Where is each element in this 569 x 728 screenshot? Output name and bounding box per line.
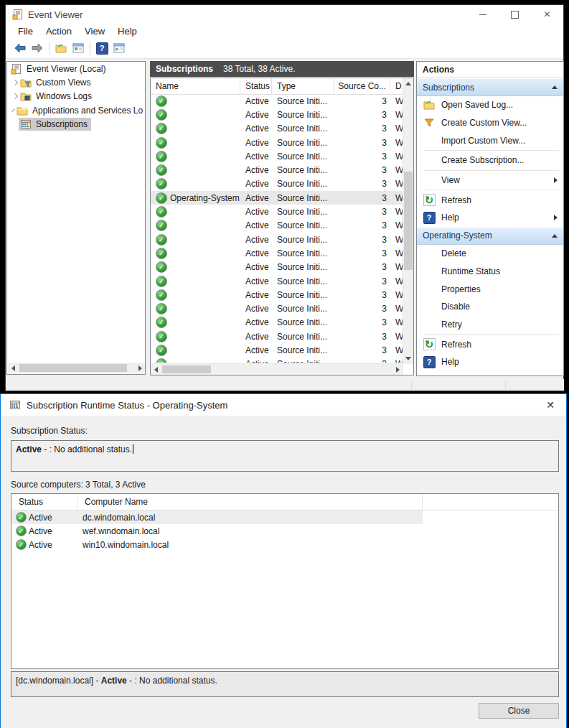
action-open-saved-log[interactable]: Open Saved Log... <box>417 96 563 114</box>
computer-row[interactable]: ✓Activewef.windomain.local <box>11 524 423 538</box>
column-header-status[interactable]: Status <box>240 78 272 94</box>
column-header-status[interactable]: Status <box>11 494 77 510</box>
column-header-computer-name[interactable]: Computer Name <box>77 494 423 510</box>
scrollbar-thumb[interactable] <box>19 364 127 372</box>
table-row[interactable]: ✓ActiveSource Initi...3W <box>151 94 403 108</box>
table-row[interactable]: ✓ActiveSource Initi...3W <box>151 288 403 302</box>
list-horizontal-scrollbar[interactable] <box>151 363 403 375</box>
table-row[interactable]: ✓ActiveSource Initi...3W <box>151 274 403 288</box>
toolbar-console-tree-icon[interactable] <box>70 40 87 56</box>
toolbar-open-saved-log-icon[interactable] <box>52 40 70 56</box>
action-label: Disable <box>441 302 470 312</box>
close-button[interactable]: ✕ <box>531 5 563 24</box>
status-cell: Active <box>240 316 272 330</box>
close-icon: ✕ <box>546 399 555 411</box>
action-create-subscription[interactable]: Create Subscription... <box>417 151 563 169</box>
tree-horizontal-scrollbar[interactable] <box>8 363 146 373</box>
action-import-custom-view[interactable]: Import Custom View... <box>417 131 563 149</box>
computer-row[interactable]: ✓Activedc.windomain.local <box>11 510 423 524</box>
collapse-icon[interactable] <box>552 234 558 238</box>
toolbar-help-icon[interactable]: ? <box>93 40 110 56</box>
table-row[interactable]: ✓Operating-SystemActiveSource Initi...3W <box>151 191 403 205</box>
table-row[interactable]: ✓ActiveSource Initi...3W <box>151 316 403 330</box>
destination-cell: W <box>390 316 403 330</box>
maximize-button[interactable] <box>499 5 531 24</box>
green-check-icon: ✓ <box>156 164 167 176</box>
scroll-right-icon[interactable] <box>392 364 403 375</box>
scroll-left-icon[interactable] <box>8 363 19 373</box>
scroll-down-icon[interactable] <box>403 353 413 364</box>
name-cell: ✓ <box>151 219 240 233</box>
scrollbar-thumb[interactable] <box>404 172 413 270</box>
actions-section-subscriptions[interactable]: Subscriptions <box>417 78 563 96</box>
name-cell: ✓ <box>151 163 240 177</box>
table-row[interactable]: ✓ActiveSource Initi...3W <box>151 122 403 136</box>
actions-section-operating-system[interactable]: Operating-System <box>417 227 563 245</box>
table-row[interactable]: ✓ActiveSource Initi...3W <box>151 108 403 121</box>
column-header-source-co[interactable]: Source Co... <box>334 78 390 94</box>
minimize-button[interactable] <box>466 5 499 24</box>
action-delete[interactable]: Delete <box>417 245 563 263</box>
event-viewer-icon <box>11 63 22 75</box>
table-row[interactable]: ✓ActiveSource Initi...3W <box>151 149 403 163</box>
scrollbar-thumb[interactable] <box>162 365 211 373</box>
table-row[interactable]: ✓ActiveSource Initi...3W <box>151 302 403 315</box>
action-properties[interactable]: Properties <box>417 280 563 298</box>
table-row[interactable]: ✓ActiveSource Initi...3W <box>151 261 403 274</box>
status-cell: Active <box>240 94 272 108</box>
tree-item-windows-logs[interactable]: Windows Logs <box>7 90 145 103</box>
green-check-icon: ✓ <box>156 358 167 363</box>
destination-cell: W <box>390 122 403 136</box>
scroll-left-icon[interactable] <box>151 364 161 375</box>
green-check-icon: ✓ <box>156 248 167 259</box>
computer-status: Active <box>29 513 52 523</box>
column-header-d[interactable]: D <box>390 78 403 94</box>
menu-view[interactable]: View <box>78 24 111 38</box>
table-row[interactable]: ✓ActiveSource Initi...3W <box>151 343 403 357</box>
status-cell: Active <box>240 233 272 246</box>
action-disable[interactable]: Disable <box>417 298 563 316</box>
chevron-right-icon[interactable] <box>12 80 18 85</box>
toolbar-back-icon[interactable] <box>11 40 29 56</box>
table-row[interactable]: ✓ActiveSource Initi...3W <box>151 205 403 218</box>
table-row[interactable]: ✓ActiveSource Initi...3W <box>151 358 403 363</box>
action-help[interactable]: ?Help <box>417 353 563 371</box>
action-create-custom-view[interactable]: Create Custom View... <box>417 114 563 132</box>
column-header-type[interactable]: Type <box>272 78 334 94</box>
menu-help[interactable]: Help <box>111 24 144 38</box>
action-refresh[interactable]: ↻Refresh <box>417 335 563 353</box>
scroll-up-icon[interactable] <box>403 78 413 89</box>
computer-status-cell: ✓Active <box>11 526 77 536</box>
action-view[interactable]: View <box>417 172 563 190</box>
table-row[interactable]: ✓ActiveSource Initi...3W <box>151 177 403 191</box>
action-retry[interactable]: Retry <box>417 316 563 334</box>
toolbar-forward-icon[interactable] <box>29 40 46 56</box>
table-row[interactable]: ✓ActiveSource Initi...3W <box>151 136 403 149</box>
table-row[interactable]: ✓ActiveSource Initi...3W <box>151 233 403 246</box>
subscription-status-box[interactable]: Active - : No additional status. <box>11 440 559 472</box>
table-row[interactable]: ✓ActiveSource Initi...3W <box>151 163 403 177</box>
table-row[interactable]: ✓ActiveSource Initi...3W <box>151 219 403 233</box>
list-vertical-scrollbar[interactable] <box>403 78 413 364</box>
action-help[interactable]: ?Help <box>417 209 563 227</box>
computer-row[interactable]: ✓Activewin10.windomain.local <box>11 538 423 551</box>
tree-item-custom-views[interactable]: Custom Views <box>7 75 145 89</box>
toolbar-action-pane-icon[interactable] <box>110 40 128 56</box>
scroll-right-icon[interactable] <box>135 363 146 373</box>
close-button[interactable]: Close <box>479 703 559 719</box>
table-row[interactable]: ✓ActiveSource Initi...3W <box>151 330 403 343</box>
collapse-icon[interactable] <box>552 85 558 89</box>
action-runtime-status[interactable]: Runtime Status <box>417 263 563 281</box>
tree-item-event-viewer-local[interactable]: Event Viewer (Local) <box>7 62 145 75</box>
status-cell: Active <box>240 177 272 191</box>
chevron-right-icon[interactable] <box>12 93 18 99</box>
table-row[interactable]: ✓ActiveSource Initi...3W <box>151 246 403 260</box>
action-refresh[interactable]: ↻Refresh <box>417 191 563 209</box>
tree-item-subscriptions[interactable]: Subscriptions <box>7 118 145 131</box>
menu-file[interactable]: File <box>11 24 39 38</box>
tree-item-applications-and-services-lo[interactable]: Applications and Services Lo <box>7 103 145 117</box>
column-header-name[interactable]: Name <box>151 78 240 94</box>
dialog-close-button[interactable]: ✕ <box>539 394 562 416</box>
menu-action[interactable]: Action <box>39 24 78 38</box>
source-count-cell: 3 <box>334 108 390 121</box>
